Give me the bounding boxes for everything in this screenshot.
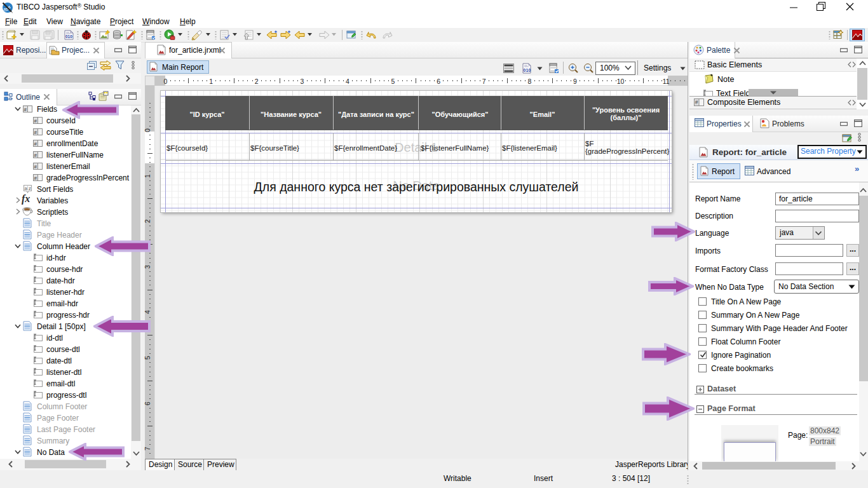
svg-text:#: # [34, 164, 37, 170]
svg-text:#: # [34, 152, 37, 158]
svg-text:#: # [24, 107, 27, 112]
svg-text:#: # [34, 141, 37, 147]
svg-text:010: 010 [524, 68, 531, 72]
svg-text:010: 010 [65, 34, 72, 39]
svg-text:#: # [34, 118, 37, 124]
svg-text:#: # [34, 130, 37, 135]
svg-text:#: # [34, 175, 37, 181]
svg-text:#: # [695, 99, 698, 105]
svg-text:z: z [29, 186, 31, 191]
